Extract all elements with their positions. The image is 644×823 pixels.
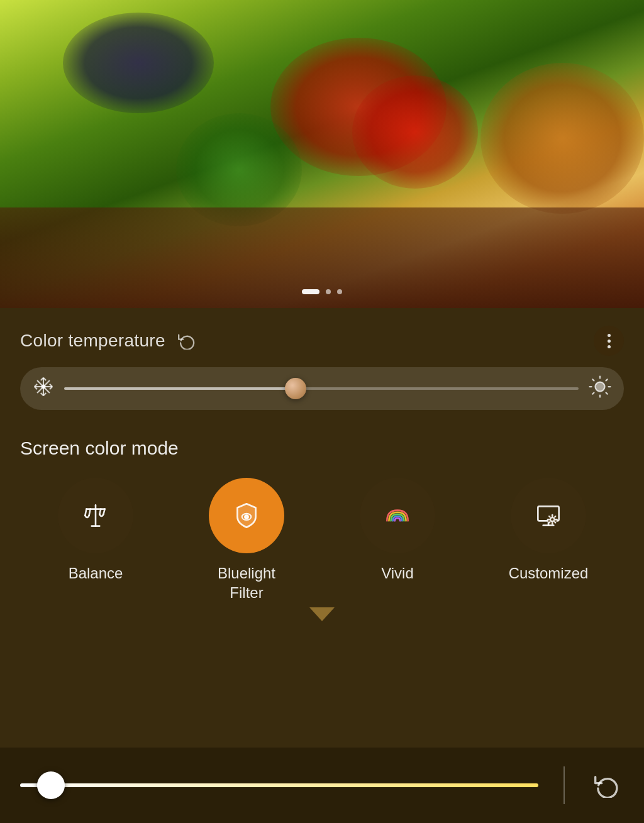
- color-modes-list: Balance Bluelight Filter: [20, 478, 624, 602]
- svg-line-17: [606, 392, 608, 394]
- screen-color-mode-section: Screen color mode: [0, 423, 644, 634]
- bluelight-filter-mode-item[interactable]: Bluelight Filter: [196, 478, 297, 602]
- temperature-slider-fill: [64, 387, 296, 390]
- brightness-section: [0, 748, 644, 823]
- expand-arrow: [20, 602, 624, 621]
- more-options-button[interactable]: [594, 326, 624, 356]
- page-indicator-3[interactable]: [337, 289, 342, 294]
- balance-mode-item[interactable]: Balance: [45, 478, 146, 583]
- svg-line-25: [89, 509, 91, 516]
- temperature-slider-track[interactable]: [64, 387, 579, 390]
- balance-mode-label: Balance: [69, 563, 123, 583]
- balance-mode-circle: [58, 478, 133, 553]
- down-arrow-triangle: [309, 607, 335, 621]
- temperature-slider-thumb[interactable]: [285, 378, 306, 399]
- svg-point-30: [245, 515, 248, 518]
- svg-line-16: [592, 379, 594, 380]
- customized-mode-item[interactable]: Customized: [498, 478, 599, 583]
- hero-image: [0, 0, 644, 308]
- bluelight-mode-label: Bluelight Filter: [218, 563, 275, 602]
- svg-line-21: [606, 379, 608, 380]
- temperature-slider-container: [20, 367, 624, 410]
- color-temp-left: Color temperature: [20, 331, 197, 351]
- bluelight-mode-circle: [209, 478, 284, 553]
- blueberry-blob: [63, 13, 214, 113]
- svg-line-42: [555, 516, 556, 517]
- svg-line-41: [555, 522, 556, 523]
- vivid-mode-item[interactable]: Vivid: [347, 478, 448, 583]
- svg-line-43: [549, 522, 550, 523]
- svg-line-40: [549, 516, 550, 517]
- color-temp-header: Color temperature: [20, 326, 624, 356]
- warm-icon: [589, 375, 611, 402]
- brightness-divider: [564, 766, 565, 804]
- settings-panel: Color temperature: [0, 308, 644, 823]
- color-temp-title: Color temperature: [20, 331, 165, 351]
- svg-point-13: [596, 382, 605, 391]
- svg-line-24: [85, 509, 86, 516]
- brightness-slider-thumb[interactable]: [37, 771, 65, 799]
- bowl-blob: [480, 63, 644, 214]
- raspberry-blob-2: [352, 75, 478, 189]
- vivid-mode-circle: [360, 478, 435, 553]
- customized-mode-circle: [511, 478, 586, 553]
- page-indicator-2[interactable]: [326, 289, 331, 294]
- page-indicators: [302, 289, 342, 294]
- brightness-reset-button[interactable]: [590, 768, 624, 802]
- svg-line-20: [592, 392, 594, 394]
- cold-icon: [33, 376, 54, 402]
- svg-point-4: [41, 384, 45, 389]
- customized-mode-label: Customized: [509, 563, 589, 583]
- screen-color-mode-title: Screen color mode: [20, 438, 624, 459]
- color-temp-refresh-button[interactable]: [177, 331, 197, 351]
- brightness-slider-container: [20, 783, 538, 787]
- brightness-slider-track[interactable]: [20, 783, 538, 787]
- color-temperature-section: Color temperature: [0, 308, 644, 423]
- page-indicator-1[interactable]: [302, 289, 319, 294]
- vivid-mode-label: Vivid: [381, 563, 414, 583]
- three-dots-icon: [608, 334, 611, 348]
